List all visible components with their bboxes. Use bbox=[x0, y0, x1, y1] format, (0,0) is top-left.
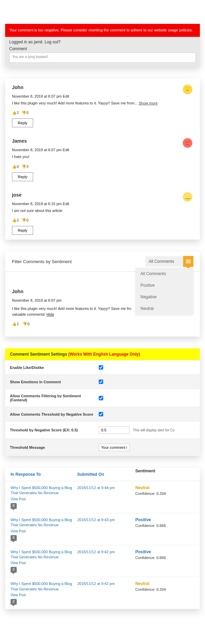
admin-table-panel: In Response To Submitted On Sentiment Wh… bbox=[5, 468, 200, 609]
reply-button[interactable]: Reply bbox=[12, 172, 33, 181]
sentiment-cell: PositiveConfidence: 0.666 bbox=[135, 549, 194, 560]
post-title-link[interactable]: Why I Spent $500,000 Buying a Blog That … bbox=[11, 549, 77, 560]
threshold-value-input[interactable] bbox=[99, 426, 129, 434]
sentiment-label: Positive bbox=[135, 549, 194, 554]
filter-option[interactable]: All Comments bbox=[136, 268, 193, 280]
vote-bar: 👍1 👎0 bbox=[12, 322, 193, 326]
date-link[interactable]: 2018/11/12 at 9:42 pm bbox=[77, 582, 115, 586]
comment-count-badge[interactable]: 8 bbox=[11, 567, 17, 573]
post-title-link[interactable]: Why I Spent $500,000 Buying a Blog That … bbox=[11, 485, 77, 496]
date-cell: 2018/11/12 at 9:42 pm bbox=[77, 581, 135, 586]
setting-show-emotions: Show Emotions in Comment bbox=[5, 374, 200, 389]
comment-text: I like this plugin very much! Add more f… bbox=[12, 100, 193, 106]
date-link[interactable]: 2018/11/12 at 9:42 pm bbox=[77, 550, 115, 554]
vote-bar: 👍0👎3 bbox=[12, 164, 193, 169]
dislike-button[interactable]: 👎0 bbox=[22, 218, 28, 223]
reply-button[interactable]: Reply bbox=[12, 118, 33, 127]
view-post-link[interactable]: View Post bbox=[11, 561, 77, 565]
sentiment-label: Neutral bbox=[135, 581, 194, 586]
comment-text-line2: valuable comments! bbox=[12, 312, 46, 316]
filter-option[interactable]: Negative bbox=[136, 291, 193, 303]
admin-row: Why I Spent $500,000 Buying a Blog That … bbox=[5, 481, 200, 513]
admin-table-header: In Response To Submitted On Sentiment bbox=[5, 468, 200, 481]
header-sentiment: Sentiment bbox=[135, 469, 194, 473]
error-alert: Your comment is too negative. Please con… bbox=[5, 24, 200, 37]
login-prefix: Logged in as bbox=[9, 40, 34, 44]
edit-link[interactable]: Edit bbox=[63, 94, 69, 98]
like-count: 1 bbox=[17, 322, 19, 326]
hide-link[interactable]: Hide bbox=[46, 312, 54, 316]
threshold-message-input[interactable] bbox=[99, 444, 129, 451]
date-link[interactable]: 2018/11/12 at 9:43 pm bbox=[77, 518, 115, 522]
response-cell: Why I Spent $500,000 Buying a Blog That … bbox=[11, 517, 77, 541]
like-button[interactable]: 👍0 bbox=[12, 164, 19, 169]
edit-link[interactable]: Edit bbox=[63, 202, 69, 206]
show-emotions-checkbox[interactable] bbox=[99, 380, 103, 384]
post-title-link[interactable]: Why I Spent $500,000 Buying a Blog That … bbox=[11, 581, 77, 592]
sentiment-cell: NeutralConfidence: 0.334 bbox=[135, 485, 194, 496]
filter-option[interactable]: Neutral bbox=[136, 303, 193, 314]
svg-point-4 bbox=[186, 142, 187, 143]
logout-link[interactable]: . Log out? bbox=[42, 40, 60, 44]
date-cell: 2018/11/12 at 9:43 pm bbox=[77, 517, 135, 522]
like-button[interactable]: 👍2 bbox=[12, 218, 19, 223]
dislike-button[interactable]: 👎0 bbox=[23, 322, 29, 326]
view-post-link[interactable]: View Post bbox=[11, 497, 77, 501]
comment-count-badge[interactable]: 8 bbox=[11, 535, 17, 541]
threshold-help: This will display alert for Co bbox=[133, 428, 175, 432]
comment-count-badge[interactable]: 8 bbox=[11, 503, 17, 509]
response-cell: Why I Spent $500,000 Buying a Blog That … bbox=[11, 549, 77, 573]
comment-count-badge[interactable]: 8 bbox=[11, 599, 17, 605]
filter-option[interactable]: Positive bbox=[136, 280, 193, 291]
admin-row: Why I Spent $500,000 Buying a Blog That … bbox=[5, 513, 200, 545]
post-title-link[interactable]: Why I Spent $500,000 Buying a Blog That … bbox=[11, 517, 77, 528]
date-cell: 2018/11/12 at 9:42 pm bbox=[77, 549, 135, 554]
svg-point-9 bbox=[189, 198, 190, 199]
setting-label: Allow Comments Filtering by Sentiment (F… bbox=[10, 394, 99, 402]
confidence-text: Confidence: 0.334 bbox=[135, 587, 194, 591]
response-cell: Why I Spent $500,000 Buying a Blog That … bbox=[11, 485, 77, 509]
comment-form-panel: Your comment is too negative. Please con… bbox=[5, 24, 200, 67]
emoji-angry-icon bbox=[183, 138, 192, 148]
setting-label: Threshold Message bbox=[10, 445, 99, 449]
comment-label: Comment bbox=[9, 46, 196, 51]
svg-point-0 bbox=[183, 85, 192, 94]
comment-meta: November 8, 2018 at 6:07 pm Edit bbox=[12, 148, 193, 152]
sentiment-cell: NeutralConfidence: 0.334 bbox=[135, 581, 194, 591]
filter-dropdown: All CommentsPositiveNegativeNeutral bbox=[136, 268, 193, 314]
comment-item: JamesNovember 8, 2018 at 6:07 pm EditI h… bbox=[5, 132, 200, 186]
like-button[interactable]: 👍1 bbox=[12, 322, 19, 326]
setting-threshold-message: Threshold Message bbox=[5, 439, 200, 456]
view-post-link[interactable]: View Post bbox=[11, 593, 77, 597]
comment-meta: November 8, 2018 at 6:15 pm Edit bbox=[12, 202, 193, 206]
date-link[interactable]: 2018/11/12 at 9:44 pm bbox=[77, 486, 115, 490]
confidence-text: Confidence: 0.666 bbox=[135, 556, 194, 560]
comment-item: joseNovember 8, 2018 at 6:15 pm EditI am… bbox=[5, 186, 200, 240]
comment-author: James bbox=[12, 138, 193, 144]
show-more-link[interactable]: Show more bbox=[139, 101, 158, 105]
dislike-button[interactable]: 👎0 bbox=[22, 111, 28, 115]
allow-threshold-checkbox[interactable] bbox=[99, 412, 103, 416]
setting-label: Allow Comments Threshold by Negative Sco… bbox=[10, 412, 99, 416]
comment-textarea[interactable]: You are a lying bastard! bbox=[9, 53, 196, 63]
view-post-link[interactable]: View Post bbox=[11, 529, 77, 533]
settings-title: Comment Sentiment Settings bbox=[10, 352, 68, 357]
comment-author: jose bbox=[12, 192, 193, 198]
header-submitted[interactable]: Submitted On bbox=[77, 472, 135, 477]
reply-button[interactable]: Reply bbox=[12, 226, 33, 235]
username-link[interactable]: jamil bbox=[34, 40, 42, 44]
dislike-button[interactable]: 👎3 bbox=[22, 164, 28, 169]
enable-like-checkbox[interactable] bbox=[99, 365, 103, 370]
svg-point-5 bbox=[188, 142, 189, 143]
header-response[interactable]: In Response To bbox=[11, 472, 77, 477]
edit-link[interactable]: Edit bbox=[63, 148, 69, 152]
allow-filtering-checkbox[interactable] bbox=[99, 396, 103, 400]
setting-label: Enable Like/Dislike bbox=[10, 366, 99, 370]
hamburger-menu-button[interactable] bbox=[183, 256, 193, 267]
login-status: Logged in as jamil. Log out? bbox=[9, 40, 196, 44]
setting-label: Threshold by Negative Score (EX: 0.5) bbox=[10, 428, 99, 432]
like-button[interactable]: 👍2 bbox=[12, 111, 19, 115]
dislike-count: 0 bbox=[27, 322, 29, 326]
emoji-neutral-icon bbox=[183, 192, 192, 202]
confidence-text: Confidence: 0.334 bbox=[135, 491, 194, 496]
